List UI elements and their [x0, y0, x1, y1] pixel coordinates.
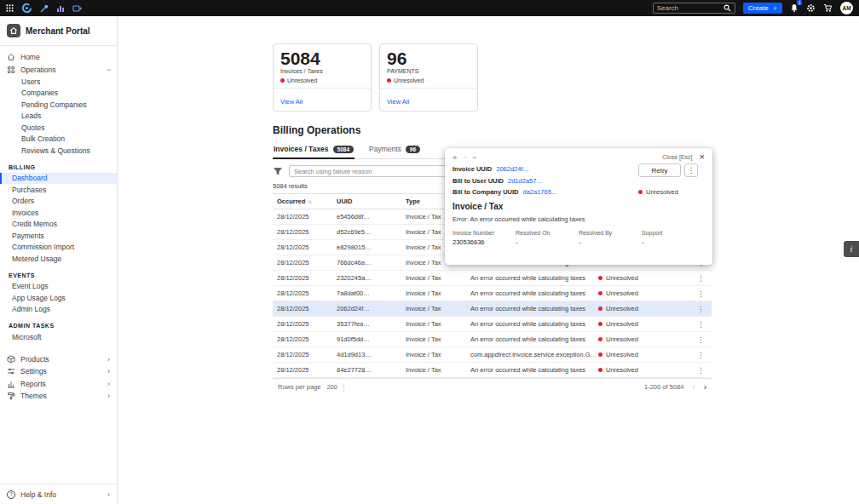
help-and-info[interactable]: ? Help & Info ›	[0, 484, 117, 504]
sidebar-item-microsoft[interactable]: Microsoft	[0, 331, 117, 343]
close-icon[interactable]: ×	[700, 153, 705, 161]
next-page-icon[interactable]: ›	[704, 382, 706, 392]
search-icon[interactable]	[724, 4, 731, 12]
sidebar-section-heading: EVENTS	[0, 265, 117, 281]
video-icon[interactable]	[72, 4, 82, 13]
comet-icon[interactable]	[40, 4, 49, 13]
sidebar-item-companies[interactable]: Companies	[0, 88, 117, 100]
sidebar-item-event-logs[interactable]: Event Logs	[0, 281, 117, 293]
cell-uuid[interactable]: 766dc46a…	[337, 259, 406, 266]
col-uuid[interactable]: UUID	[337, 198, 406, 205]
portal-header[interactable]: Merchant Portal	[0, 16, 117, 46]
expand-panel-icon[interactable]: »	[453, 154, 457, 161]
avatar[interactable]: AM	[840, 2, 853, 14]
cell-uuid[interactable]: 2320245a…	[337, 274, 406, 282]
cell-uuid[interactable]: 84e27728…	[337, 366, 406, 374]
sidebar-item-credit-memos[interactable]: Credit Memos	[0, 219, 117, 231]
row-kebab-menu[interactable]: ⋮	[675, 289, 712, 298]
sidebar-item-bulk-creation[interactable]: Bulk Creation	[0, 134, 117, 146]
table-row[interactable]: 28/12/2025 2320245a… Invoice / Tax An er…	[273, 271, 712, 286]
bill-to-user-uuid-link[interactable]: 2d1d2a57…	[508, 177, 543, 185]
cart-icon[interactable]	[823, 3, 833, 13]
row-kebab-menu[interactable]: ⋮	[675, 366, 712, 375]
global-search[interactable]	[653, 3, 735, 14]
cell-uuid[interactable]: 7a8daf00…	[337, 289, 406, 297]
info-widget-button[interactable]: i	[844, 241, 859, 257]
tab-payments[interactable]: Payments 96	[368, 142, 421, 159]
gear-icon[interactable]	[806, 3, 816, 13]
sidebar-item-pending-companies[interactable]: Pending Companies	[0, 99, 117, 111]
chevron-right-icon: ›	[107, 392, 110, 400]
retry-button[interactable]: Retry	[638, 163, 681, 177]
view-all-link[interactable]: View All	[280, 98, 303, 106]
sidebar-item-products[interactable]: Products ›	[0, 353, 117, 366]
topbar: Create + 1 AM	[0, 0, 859, 16]
next-record-icon[interactable]: ›	[473, 154, 476, 161]
cell-uuid[interactable]: 4d1d9d13…	[337, 351, 406, 358]
col-occurred[interactable]: Occurred↑↓	[273, 198, 337, 205]
notifications-button[interactable]: 1	[790, 3, 798, 13]
previous-record-icon[interactable]: ›	[464, 154, 466, 161]
invoices-taxes-card: 5084 Invoices / Taxes Unresolved View Al…	[273, 43, 372, 112]
sidebar-item-metered-usage[interactable]: Metered Usage	[0, 253, 117, 265]
detail-label: Invoice Number	[453, 230, 516, 236]
sidebar-item-reviews-questions[interactable]: Reviews & Questions	[0, 145, 117, 157]
sidebar-item-admin-logs[interactable]: Admin Logs	[0, 304, 117, 316]
detail-value: 230536636	[453, 238, 516, 246]
cell-uuid[interactable]: 35377fea…	[337, 320, 406, 328]
tab-count-badge: 5084	[333, 146, 354, 153]
global-search-input[interactable]	[657, 4, 720, 12]
view-all-link[interactable]: View All	[387, 98, 409, 106]
cell-uuid[interactable]: 91d0f5dd…	[337, 335, 406, 343]
invoice-uuid-link[interactable]: 2062d24f…	[496, 165, 529, 173]
sidebar: Merchant Portal Home Operations › UsersC…	[0, 16, 118, 504]
row-kebab-menu[interactable]: ⋮	[675, 274, 712, 283]
table-row[interactable]: 28/12/2025 2062d24f… Invoice / Tax An er…	[273, 301, 712, 317]
create-button[interactable]: Create +	[743, 3, 782, 14]
detail-value: -	[642, 238, 705, 246]
summary-cards: 5084 Invoices / Taxes Unresolved View Al…	[273, 43, 712, 112]
panel-kebab-menu[interactable]: ⋮	[684, 163, 698, 177]
row-kebab-menu[interactable]: ⋮	[675, 351, 712, 359]
sidebar-item-leads[interactable]: Leads	[0, 111, 117, 123]
rows-per-page-value[interactable]: 200	[326, 383, 337, 391]
cell-uuid[interactable]: d52c69e5…	[337, 228, 406, 236]
cell-uuid[interactable]: e8298015…	[337, 243, 406, 251]
row-kebab-menu[interactable]: ⋮	[675, 335, 712, 344]
sidebar-item-themes[interactable]: Themes ›	[0, 390, 117, 403]
table-row[interactable]: 28/12/2025 91d0f5dd… Invoice / Tax An er…	[273, 332, 712, 347]
sidebar-item-invoices[interactable]: Invoices	[0, 207, 117, 219]
row-kebab-menu[interactable]: ⋮	[675, 305, 712, 313]
cell-status: Unresolved	[598, 305, 675, 312]
bar-chart-icon[interactable]	[56, 4, 65, 13]
sidebar-item-purchases[interactable]: Purchases	[0, 184, 117, 196]
table-row[interactable]: 28/12/2025 35377fea… Invoice / Tax An er…	[273, 317, 712, 332]
sidebar-item-app-usage-logs[interactable]: App Usage Logs	[0, 292, 117, 304]
table-row[interactable]: 28/12/2025 4d1d9d13… Invoice / Tax com.a…	[273, 347, 712, 363]
sidebar-item-users[interactable]: Users	[0, 76, 117, 88]
appdirect-logo[interactable]	[21, 3, 32, 14]
sidebar-item-reports[interactable]: Reports ›	[0, 378, 117, 391]
sidebar-item-operations[interactable]: Operations ›	[0, 64, 117, 77]
cell-occurred: 28/12/2025	[273, 228, 337, 236]
tab-invoices-taxes[interactable]: Invoices / Taxes 5084	[273, 142, 355, 159]
detail-label: Support	[642, 230, 705, 236]
sidebar-item-quotes[interactable]: Quotes	[0, 122, 117, 134]
sidebar-item-label: Home	[20, 53, 40, 61]
previous-page-icon[interactable]: ‹	[692, 382, 695, 392]
row-kebab-menu[interactable]: ⋮	[675, 320, 712, 329]
table-row[interactable]: 28/12/2025 84e27728… Invoice / Tax An er…	[273, 363, 712, 378]
cell-uuid[interactable]: 2062d24f…	[337, 305, 406, 312]
sidebar-item-commission-import[interactable]: Commission Import	[0, 242, 117, 254]
cell-uuid[interactable]: e5456d8f…	[337, 213, 406, 220]
sidebar-item-dashboard[interactable]: Dashboard	[0, 173, 117, 185]
table-row[interactable]: 28/12/2025 7a8daf00… Invoice / Tax An er…	[273, 286, 712, 301]
sidebar-item-orders[interactable]: Orders	[0, 196, 117, 208]
sidebar-item-home[interactable]: Home	[0, 51, 117, 64]
app-launcher-icon[interactable]	[6, 4, 14, 12]
bill-to-company-uuid-link[interactable]: da2a1765…	[523, 188, 558, 196]
sidebar-item-payments[interactable]: Payments	[0, 230, 117, 242]
sidebar-item-settings[interactable]: Settings ›	[0, 365, 117, 378]
filter-icon[interactable]	[273, 167, 283, 176]
cell-failure-reason: An error occurred while calculating taxe…	[470, 320, 598, 328]
